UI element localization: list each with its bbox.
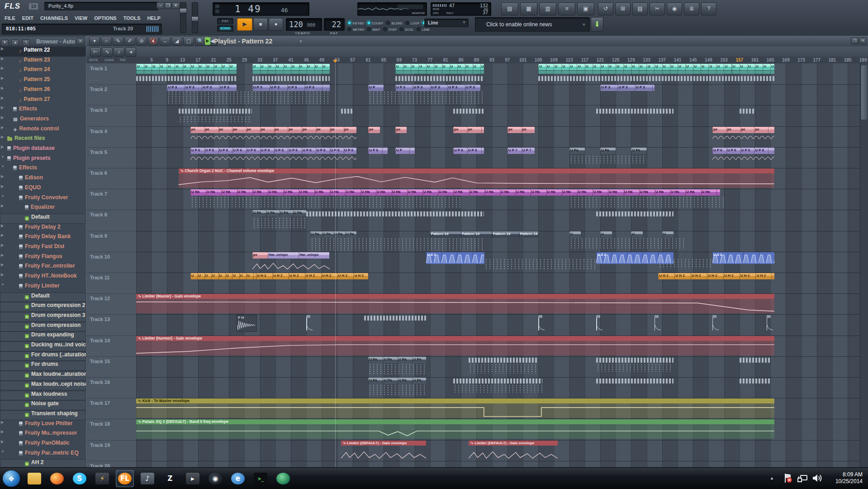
ruler-bar-145[interactable]: 145 — [689, 58, 697, 62]
track-header-8[interactable]: Track 8···· — [86, 210, 136, 231]
pattern-clip[interactable]: U HaU HaU HaU HaU HaU HaU HaU HaU HaU Ha… — [190, 189, 720, 196]
browser-item-remote-control[interactable]: ▶✛Remote control — [0, 125, 86, 135]
menu-options[interactable]: OPTIONS — [94, 15, 117, 21]
oneshot-clip[interactable] — [306, 315, 313, 331]
pattern-clip[interactable]: U P 7U P 7 — [508, 148, 535, 154]
ruler-bar-157[interactable]: 157 — [735, 58, 743, 62]
browser-item-ah-2[interactable]: sAH 2 — [0, 459, 86, 467]
ruler-bar-49[interactable]: 49 — [319, 58, 324, 62]
menu-file[interactable]: FILE — [5, 15, 15, 21]
browser-item-drum-compression-2[interactable]: sDrum compression 2 — [0, 302, 86, 312]
track-header-10[interactable]: Track 10···· — [86, 252, 136, 273]
browser-item-for-drums[interactable]: sFor drums — [0, 361, 86, 371]
save-button[interactable]: ⊞ — [615, 3, 631, 15]
browser-item-plugin-presets[interactable]: ▼Plugin presets — [0, 155, 86, 165]
ruler-bar-57[interactable]: 57 — [350, 58, 355, 62]
track-header-19[interactable]: Track 19···· — [86, 440, 136, 461]
firefox-taskbar-icon[interactable] — [48, 470, 66, 487]
browser-item-pattern-26[interactable]: ▶♪Pattern 26 — [0, 86, 86, 96]
track-header-13[interactable]: Track 13···· — [86, 314, 136, 336]
playlist-detach-button[interactable]: ❐ — [851, 38, 859, 44]
ruler-bar-165[interactable]: 165 — [767, 58, 774, 62]
track-controls-dots[interactable]: ···· — [91, 225, 100, 229]
browser-item-pattern-22[interactable]: ▶♪Pattern 22 — [0, 47, 86, 57]
browser-item-pattern-27[interactable]: ▶♪Pattern 27 — [0, 96, 86, 106]
automation-clip[interactable]: ∿ Limiter (DEFAULT) - Gain envelope — [341, 441, 426, 460]
action-center-icon[interactable] — [783, 473, 792, 483]
oneshot-clip[interactable] — [712, 315, 719, 331]
pattern-clip[interactable]: U PaU PaU PaU Pa — [252, 210, 307, 216]
pattern-clip[interactable]: UUUUUUUUU — [190, 273, 256, 279]
fl-studio-taskbar-icon[interactable]: FL — [116, 470, 134, 487]
browser-item-fruity-ht-notebook[interactable]: ▶Fruity HT..NoteBook — [0, 273, 86, 283]
browser-item-fruity-love-philter[interactable]: ▶Fruity Love Philter — [0, 420, 86, 430]
track-header-17[interactable]: Track 17···· — [86, 398, 136, 419]
maximize-button[interactable]: ❐ — [164, 2, 172, 9]
track-header-15[interactable]: Track 15···· — [86, 356, 136, 378]
pattern-clip[interactable]: U — [662, 231, 674, 238]
timeline-ruler[interactable]: NOTECHANPAT59131721252933374145495357616… — [86, 57, 868, 64]
tempo-display[interactable]: 120 000 — [286, 18, 322, 31]
pattern-clip[interactable]: Pattern 14 — [492, 231, 523, 238]
track-header-18[interactable]: Track 18···· — [86, 419, 136, 440]
ruler-bar-185[interactable]: 185 — [844, 58, 852, 62]
collapsed-arrow-icon[interactable]: ▶ — [1, 273, 4, 277]
automation-clip[interactable]: ∿ Kick - To Master envelope — [136, 398, 774, 418]
track-row-13[interactable]: F H — [136, 314, 860, 336]
time-mode-chip-bottom[interactable] — [215, 10, 219, 13]
track-header-6[interactable]: Track 6···· — [86, 168, 136, 189]
track-header-7[interactable]: Track 7···· — [86, 189, 136, 210]
pattern-clip[interactable]: U H 2U H 2U H 2U H 2U H 2U H 2U H 2 — [658, 273, 774, 279]
pattern-clip[interactable]: U H 2U H 2U H 2U H 2U H 2U H 2U H 2 — [256, 273, 368, 279]
track-controls-dots[interactable]: ···· — [91, 141, 100, 145]
collapsed-arrow-icon[interactable]: ▶ — [1, 174, 4, 178]
pitch-clip[interactable]: U 8 2 — [712, 252, 774, 264]
browser-item-drum-compression-3[interactable]: sDrum compression 3 — [0, 312, 86, 322]
ruler-bar-125[interactable]: 125 — [612, 58, 620, 62]
ruler-bar-133[interactable]: 133 — [643, 58, 650, 62]
collapsed-arrow-icon[interactable]: ▶ — [1, 135, 4, 139]
browser-item-default[interactable]: sDefault — [0, 292, 86, 302]
ruler-bar-141[interactable]: 141 — [674, 58, 682, 62]
cut-button[interactable]: ✂ — [650, 3, 665, 15]
ruler-bar-169[interactable]: 169 — [782, 58, 790, 62]
track-header-20[interactable]: Track 20···· — [86, 461, 136, 467]
track-controls-dots[interactable]: ···· — [91, 99, 100, 103]
track-controls-dots[interactable]: ···· — [91, 287, 100, 292]
zoom-tool-button[interactable]: 🔍 — [195, 37, 206, 46]
piano-roll-button[interactable]: ▥ — [539, 3, 556, 15]
track-controls-dots[interactable]: ···· — [91, 455, 100, 459]
browser-back-button[interactable]: ↰ — [22, 39, 30, 46]
pattern-clip[interactable]: UUUUUUUUUUUU — [395, 64, 484, 70]
ruler-bar-29[interactable]: 29 — [242, 58, 247, 62]
pattern-clip[interactable]: U PaU PaU PaU Pa — [310, 231, 357, 238]
ruler-bar-81[interactable]: 81 — [443, 58, 448, 62]
track-row-9[interactable]: U PaU PaU PaU PaPattern 14Pattern 14Patt… — [136, 231, 860, 252]
browser-collapse-button[interactable]: ▼ — [1, 39, 9, 46]
pattern-clip[interactable]: U PaU PaU PaU Pa — [368, 378, 426, 384]
track-row-10[interactable]: peHar..velopeHar..velopeU 8 2U 8 2U 8 2 — [136, 252, 860, 273]
track-header-4[interactable]: Track 4···· — [86, 126, 136, 148]
play-button[interactable]: ▶ — [237, 18, 252, 31]
track-header-12[interactable]: Track 12···· — [86, 293, 136, 315]
browser-app-taskbar-icon[interactable]: e — [229, 470, 247, 487]
track-header-11[interactable]: Track 11···· — [86, 273, 136, 294]
notepad-button[interactable]: ≣ — [684, 3, 699, 15]
menu-edit[interactable]: EDIT — [22, 15, 33, 21]
clock[interactable]: 8:09 AM 10/25/2014 — [835, 471, 863, 485]
render-button[interactable]: ▤ — [632, 3, 648, 15]
ruler-bar-149[interactable]: 149 — [705, 58, 712, 62]
pattern-clip[interactable]: UUUUUUUUUUUUU — [136, 64, 237, 70]
browser-item-pattern-24[interactable]: ▶♪Pattern 24 — [0, 66, 86, 76]
time-mode-chip-top[interactable] — [215, 5, 219, 8]
playlist-button[interactable]: ▤ — [501, 3, 518, 15]
track-controls-dots[interactable]: ···· — [91, 371, 100, 375]
menu-tool-button[interactable]: ▾ — [89, 37, 100, 46]
ruler-bar-129[interactable]: 129 — [627, 58, 635, 62]
track-controls-dots[interactable]: ···· — [91, 329, 100, 334]
steam-taskbar-icon[interactable]: ◉ — [206, 470, 224, 487]
step-sequencer-button[interactable]: ▦ — [520, 3, 537, 15]
zip-taskbar-icon[interactable]: Z — [161, 470, 179, 487]
collapsed-arrow-icon[interactable]: ▶ — [1, 145, 4, 149]
browser-item-equalizer[interactable]: ▶Equalizer — [0, 204, 86, 214]
